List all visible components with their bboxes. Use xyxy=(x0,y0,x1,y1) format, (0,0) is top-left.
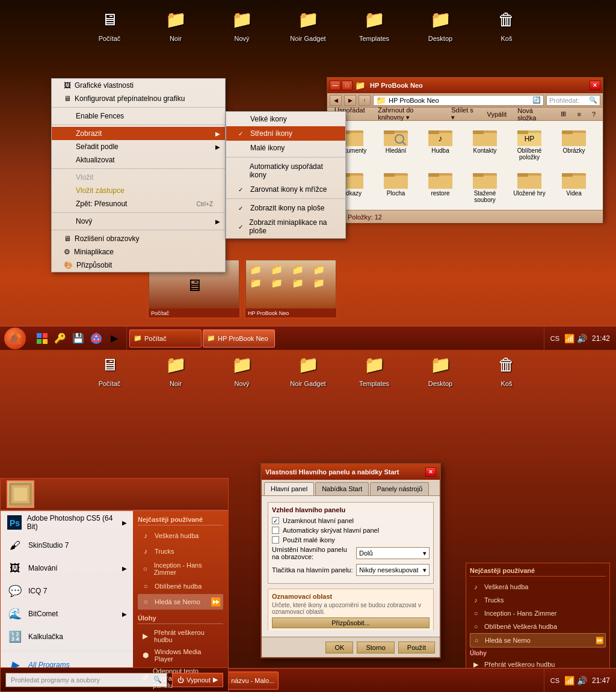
startmenu-icq[interactable]: 💬 ICQ 7 xyxy=(1,580,133,602)
desktop-icon-desktop-2[interactable]: 📁 Desktop xyxy=(419,350,461,387)
startmenu-malovani[interactable]: 🖼 Malování ▶ xyxy=(1,557,133,580)
notification-customize-btn[interactable]: Přizpůsobit... xyxy=(272,617,430,628)
context-item-update[interactable]: Aktualizovat xyxy=(52,153,225,167)
submenu-item-auto-arrange[interactable]: Automaticky uspořádat ikony xyxy=(226,159,345,182)
desktop-icon-noir-2[interactable]: 📁 Noir xyxy=(155,350,197,387)
file-videa[interactable]: Videa xyxy=(553,167,594,206)
file-plocha[interactable]: Plocha xyxy=(375,167,416,206)
quicklaunch-windows-top[interactable] xyxy=(34,330,51,347)
desktop-icon-kos[interactable]: 🗑 Koš xyxy=(485,5,528,42)
submenu-item-show-gadgets[interactable]: ✓ Zobrazit miniaplikace na ploše xyxy=(226,215,345,238)
context-item-resolution[interactable]: 🖥 Rozlišení obrazovky xyxy=(52,232,225,245)
view-help-btn[interactable]: ? xyxy=(587,109,600,119)
startmenu-kalkulacka[interactable]: 🔢 Kalkulačka xyxy=(1,625,133,648)
desktop-icon-templates[interactable]: 📁 Templates xyxy=(353,5,395,42)
dialog-cancel-btn[interactable]: Storno xyxy=(357,641,394,654)
context-item-new[interactable]: Nový xyxy=(52,215,225,228)
context-item-graphics[interactable]: 🖼 Grafické vlastnosti xyxy=(52,79,225,92)
quicklaunch-media-top[interactable]: ▶ xyxy=(106,330,123,347)
panel-item-oblibene[interactable]: ○ Oblíbené Veškerá hudba xyxy=(470,620,606,633)
context-item-gadgets[interactable]: ⚙ Miniaplikace xyxy=(52,245,225,259)
file-ulozene-hry[interactable]: Uložené hry xyxy=(509,167,550,206)
desktop-icon-desktop[interactable]: 📁 Desktop xyxy=(419,5,461,42)
desktop-icon-noir-gadget-2[interactable]: 📁 Noir Gadget xyxy=(287,350,329,387)
desktop-icon-noir[interactable]: 📁 Noir xyxy=(155,5,197,42)
explorer-maximize-btn[interactable]: □ xyxy=(342,81,353,90)
menu-new-folder[interactable]: Nová složka xyxy=(513,106,555,123)
desktop-icon-novy[interactable]: 📁 Nový xyxy=(221,5,263,42)
right-task-wmp[interactable]: ⬢ Windows Media Player xyxy=(138,646,223,665)
submenu-item-large-icons[interactable]: Velké ikony xyxy=(226,112,345,126)
submenu-item-small-icons[interactable]: Malé ikony xyxy=(226,141,345,155)
tray-network-top[interactable]: 📶 xyxy=(564,334,574,343)
explorer-close-btn[interactable]: ✕ xyxy=(590,81,600,90)
panel-item-veskerka[interactable]: ♪ Veškerá hudba xyxy=(470,580,606,593)
desktop-icon-pocitac-2[interactable]: 🖥 Počítač xyxy=(88,350,131,387)
file-kontakty[interactable]: Kontakty xyxy=(464,124,505,164)
context-item-customize[interactable]: 🎨 Přizpůsobit xyxy=(52,259,225,272)
dialog-close-btn[interactable]: ✕ xyxy=(425,467,436,477)
panel-item-trucks[interactable]: ♪ Trucks xyxy=(470,593,606,607)
startmenu-all-programs[interactable]: ▶ All Programs xyxy=(1,654,133,667)
quicklaunch-chrome-top[interactable] xyxy=(88,330,105,347)
tray-sound-bottom[interactable]: 🔊 xyxy=(577,676,587,685)
checkbox-lock-input[interactable]: ✓ xyxy=(272,517,279,524)
panel-item-nemo[interactable]: ○ Hledá se Nemo ⏩ xyxy=(470,633,606,648)
preview-hp[interactable]: 📁📁📁📁 📁📁📁📁 HP ProBook Neo xyxy=(244,259,337,319)
panel-item-inception[interactable]: ○ Inception - Hans Zimmer xyxy=(470,607,606,620)
dialog-apply-btn[interactable]: Použít xyxy=(398,641,435,654)
tray-network-bottom[interactable]: 📶 xyxy=(564,676,574,685)
right-task-play-all[interactable]: ▶ Přehrát veškerou hudbu xyxy=(138,626,223,646)
file-oblibene[interactable]: HP Oblíbené položky xyxy=(509,124,550,164)
explorer-back-btn[interactable]: ◀ xyxy=(330,95,342,106)
file-hledani[interactable]: Hledání xyxy=(375,124,416,164)
quicklaunch-key-top[interactable]: 🔑 xyxy=(52,330,69,347)
taskbar-btn-pocitac[interactable]: 📁 Počítač xyxy=(129,329,202,348)
view-list-btn[interactable]: ⊞ xyxy=(556,109,571,119)
right-item-trucks[interactable]: ♪ Trucks xyxy=(138,543,223,559)
submenu-item-align-grid[interactable]: ✓ Zarovnat ikony k mřížce xyxy=(226,182,345,197)
menu-include-library[interactable]: Zahrnout do knihovny ▾ xyxy=(373,105,445,123)
file-hudba[interactable]: ♪ Hudba xyxy=(420,124,461,164)
checkbox-autohide-input[interactable] xyxy=(272,527,279,534)
menu-share[interactable]: Sdílet s ▾ xyxy=(446,105,481,123)
search-bar[interactable]: Prohledat programy a soubory 🔍 xyxy=(5,673,167,687)
context-item-fences[interactable]: Enable Fences xyxy=(52,109,225,123)
menu-burn[interactable]: Vypálit xyxy=(482,109,512,119)
desktop-icon-novy-2[interactable]: 📁 Nový xyxy=(221,350,263,387)
desktop-icon-pocitac[interactable]: 🖥 Počítač xyxy=(88,5,131,42)
quicklaunch-save-top[interactable]: 💾 xyxy=(70,330,87,347)
address-bar[interactable]: 📁 HP ProBook Neo 🔄 xyxy=(373,95,544,106)
right-item-nemo[interactable]: ○ Hledá se Nemo ⏩ xyxy=(138,594,223,610)
startmenu-bitcomet[interactable]: 🌊 BitComet ▶ xyxy=(1,602,133,625)
dialog-tab-toolbars[interactable]: Panely nástrojů xyxy=(370,482,429,495)
context-item-paste[interactable]: Vložit xyxy=(52,171,225,184)
checkbox-small-icons-input[interactable] xyxy=(272,536,279,543)
explorer-minimize-btn[interactable]: — xyxy=(330,81,340,90)
dialog-tab-start-menu[interactable]: Nabídka Start xyxy=(315,482,369,495)
submenu-item-medium-icons[interactable]: ✓ Střední ikony xyxy=(226,126,345,141)
explorer-up-btn[interactable]: ↑ xyxy=(359,95,371,106)
dialog-ok-btn[interactable]: OK xyxy=(325,641,353,654)
context-item-undo[interactable]: Zpět: Přesunout Ctrl+Z xyxy=(52,197,225,210)
shutdown-button[interactable]: ⏻ Vypnout ▶ xyxy=(172,673,223,687)
select-buttons[interactable]: Nikdy neseskupovat ▾ xyxy=(356,564,430,576)
context-item-switch-graphics[interactable]: 🖥 Konfigurovat přepínatelnou grafiku xyxy=(52,92,225,105)
file-restore[interactable]: restore xyxy=(420,167,461,206)
dialog-tab-main-panel[interactable]: Hlavní panel xyxy=(264,482,314,495)
startmenu-photoshop[interactable]: Ps Adobe Photoshop CS5 (64 Bit) ▶ xyxy=(1,511,133,534)
tray-sound-top[interactable]: 🔊 xyxy=(577,334,587,343)
desktop-icon-kos-2[interactable]: 🗑 Koš xyxy=(485,350,528,387)
start-button-top[interactable]: 🍂 xyxy=(0,326,30,351)
explorer-forward-btn[interactable]: ▶ xyxy=(344,95,356,106)
desktop-icon-templates-2[interactable]: 📁 Templates xyxy=(353,350,395,387)
view-details-btn[interactable]: ≡ xyxy=(572,109,585,119)
submenu-item-show-icons[interactable]: ✓ Zobrazit ikony na ploše xyxy=(226,201,345,215)
context-item-view[interactable]: Zobrazit xyxy=(52,127,225,140)
right-item-oblibene-hudba[interactable]: ○ Oblíbené hudba xyxy=(138,578,223,594)
search-box[interactable]: Prohledat: 🔍 xyxy=(546,95,600,106)
taskbar-btn-hp[interactable]: 📁 HP ProBook Neo xyxy=(203,329,275,348)
context-item-sort[interactable]: Seřadit podle xyxy=(52,140,225,153)
right-item-veskerka[interactable]: ♪ Veškerá hudba xyxy=(138,528,223,543)
select-location[interactable]: Dolů ▾ xyxy=(356,547,430,559)
